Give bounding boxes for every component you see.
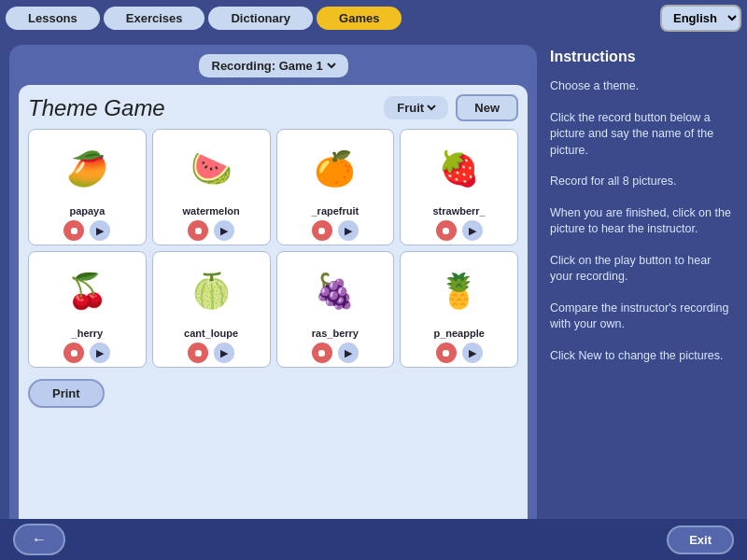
theme-select[interactable]: Fruit — [393, 100, 439, 116]
back-button[interactable]: ← — [13, 524, 65, 555]
exit-button[interactable]: Exit — [667, 525, 734, 554]
game-select-wrap: Recording: Game 1 — [199, 54, 348, 77]
instructions-title: Instructions — [550, 49, 734, 65]
fruit-name-4: _herry — [72, 328, 104, 339]
theme-title: Theme Game — [28, 95, 376, 121]
print-row: Print — [28, 379, 518, 408]
fruit-cell-3[interactable]: 🍓strawberr_⏺▶ — [400, 129, 518, 245]
instr-choose-theme: Choose a theme. — [550, 78, 734, 95]
play-button-6[interactable]: ▶ — [338, 343, 359, 363]
fruit-image-1: 🍉 — [169, 133, 253, 203]
fruit-controls-6: ⏺▶ — [312, 343, 359, 363]
record-button-0[interactable]: ⏺ — [63, 220, 84, 241]
fruit-name-1: watermelon — [183, 205, 240, 217]
fruit-name-0: papaya — [69, 205, 105, 217]
instr-all-pictures: Record for all 8 pictures. — [550, 174, 734, 190]
tab-games[interactable]: Games — [317, 7, 402, 30]
record-button-1[interactable]: ⏺ — [188, 220, 208, 241]
theme-header: Theme Game Fruit New — [28, 94, 518, 121]
instr-instructor: When you are finished, click on the pict… — [550, 205, 734, 238]
instr-new: Click New to change the pictures. — [550, 348, 734, 365]
record-button-2[interactable]: ⏺ — [312, 220, 332, 241]
fruit-controls-4: ⏺▶ — [63, 343, 110, 363]
fruit-cell-7[interactable]: 🍍p_neapple⏺▶ — [400, 251, 518, 368]
fruit-image-4: 🍒 — [45, 256, 129, 326]
fruit-name-6: ras_berry — [312, 328, 359, 339]
play-button-2[interactable]: ▶ — [338, 220, 359, 241]
left-panel: Recording: Game 1 Theme Game Fruit New 🥭… — [9, 45, 537, 551]
play-button-1[interactable]: ▶ — [214, 220, 234, 241]
play-button-3[interactable]: ▶ — [462, 220, 483, 241]
fruit-controls-2: ⏺▶ — [312, 220, 359, 241]
tab-lessons[interactable]: Lessons — [6, 7, 100, 30]
instr-compare: Compare the instructor's recording with … — [550, 301, 734, 333]
play-button-7[interactable]: ▶ — [462, 343, 483, 363]
fruit-controls-0: ⏺▶ — [63, 220, 110, 241]
fruit-cell-0[interactable]: 🥭papaya⏺▶ — [28, 129, 147, 245]
main-area: Recording: Game 1 Theme Game Fruit New 🥭… — [0, 35, 747, 560]
bottom-bar: ← Exit — [0, 519, 747, 560]
fruit-grid: 🥭papaya⏺▶🍉watermelon⏺▶🍊_rapefruit⏺▶🍓stra… — [28, 129, 518, 368]
language-selector-wrap: English — [660, 5, 741, 32]
fruit-cell-1[interactable]: 🍉watermelon⏺▶ — [152, 129, 271, 245]
right-panel: Instructions Choose a theme. Click the r… — [546, 45, 738, 551]
print-button[interactable]: Print — [28, 379, 105, 408]
fruit-cell-4[interactable]: 🍒_herry⏺▶ — [28, 251, 147, 368]
fruit-name-3: strawberr_ — [432, 205, 485, 217]
fruit-image-5: 🍈 — [169, 256, 253, 326]
fruit-cell-5[interactable]: 🍈cant_loupe⏺▶ — [152, 251, 271, 368]
back-icon: ← — [32, 531, 47, 548]
theme-select-wrap: Fruit — [384, 96, 448, 119]
play-button-5[interactable]: ▶ — [214, 343, 234, 363]
new-button[interactable]: New — [456, 94, 518, 121]
instr-record: Click the record button below a picture … — [550, 110, 734, 160]
instr-play: Click on the play button to hear your re… — [550, 253, 734, 286]
play-button-4[interactable]: ▶ — [90, 343, 110, 363]
fruit-controls-7: ⏺▶ — [436, 343, 483, 363]
tab-exercises[interactable]: Exercises — [104, 7, 205, 30]
fruit-image-0: 🥭 — [45, 133, 129, 203]
fruit-controls-1: ⏺▶ — [188, 220, 234, 241]
game-select[interactable]: Recording: Game 1 — [208, 58, 339, 74]
fruit-name-5: cant_loupe — [184, 328, 238, 339]
record-button-7[interactable]: ⏺ — [436, 343, 457, 363]
game-selector-row: Recording: Game 1 — [19, 54, 528, 77]
fruit-cell-2[interactable]: 🍊_rapefruit⏺▶ — [276, 129, 395, 245]
fruit-image-2: 🍊 — [293, 133, 377, 203]
fruit-image-6: 🍇 — [293, 256, 377, 326]
fruit-name-7: p_neapple — [433, 328, 484, 339]
fruit-name-2: _rapefruit — [312, 205, 359, 217]
fruit-image-3: 🍓 — [417, 133, 501, 203]
fruit-controls-3: ⏺▶ — [436, 220, 483, 241]
record-button-3[interactable]: ⏺ — [436, 220, 457, 241]
record-button-5[interactable]: ⏺ — [188, 343, 208, 363]
tab-dictionary[interactable]: Dictionary — [208, 7, 313, 30]
record-button-4[interactable]: ⏺ — [63, 343, 84, 363]
game-panel: Theme Game Fruit New 🥭papaya⏺▶🍉watermelo… — [19, 85, 528, 541]
record-button-6[interactable]: ⏺ — [312, 343, 332, 363]
fruit-cell-6[interactable]: 🍇ras_berry⏺▶ — [276, 251, 395, 368]
top-nav: Lessons Exercises Dictionary Games Engli… — [0, 0, 747, 35]
fruit-controls-5: ⏺▶ — [188, 343, 234, 363]
language-select[interactable]: English — [660, 5, 741, 32]
play-button-0[interactable]: ▶ — [90, 220, 110, 241]
fruit-image-7: 🍍 — [417, 256, 501, 326]
